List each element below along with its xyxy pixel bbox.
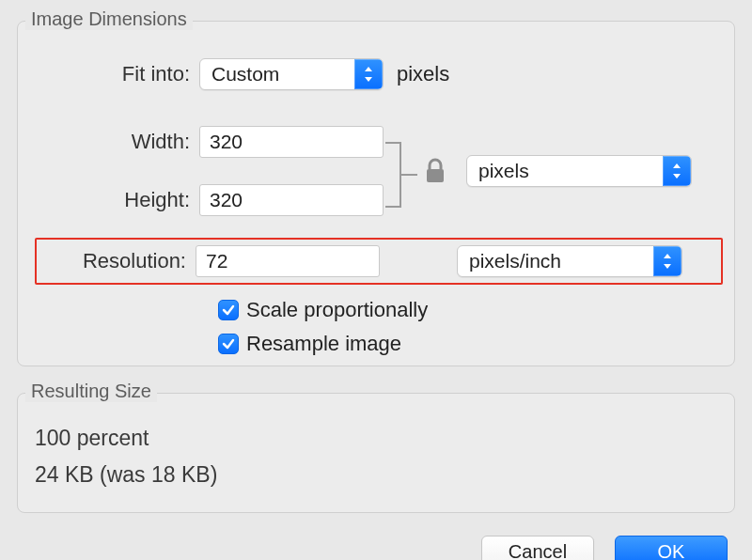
- image-dimensions-group: Image Dimensions Fit into: Custom pixels…: [17, 21, 735, 366]
- fit-into-row: Fit into: Custom pixels: [35, 55, 723, 93]
- resolution-label: Resolution:: [42, 249, 196, 273]
- width-input[interactable]: [199, 126, 384, 158]
- scale-proportionally-label: Scale proportionally: [246, 298, 428, 322]
- resulting-size-group: Resulting Size 100 percent 24 KB (was 18…: [17, 393, 735, 513]
- cancel-button-label: Cancel: [509, 541, 567, 561]
- resolution-units-value: pixels/inch: [469, 250, 653, 272]
- lock-icon[interactable]: [421, 158, 449, 184]
- width-row: Width:: [35, 123, 384, 161]
- checkbox-checked-icon: [218, 334, 239, 354]
- wh-units-value: pixels: [478, 160, 663, 182]
- updown-icon: [663, 156, 691, 186]
- image-dimensions-legend: Image Dimensions: [25, 8, 193, 30]
- fit-into-select[interactable]: Custom: [199, 58, 384, 90]
- resolution-highlight: Resolution: pixels/inch: [35, 238, 723, 285]
- ok-button-label: OK: [658, 541, 685, 561]
- resulting-size-legend: Resulting Size: [25, 381, 157, 402]
- height-input[interactable]: [199, 184, 384, 216]
- height-row: Height:: [35, 181, 384, 219]
- updown-icon: [354, 59, 383, 89]
- fit-into-units-label: pixels: [397, 62, 449, 86]
- resulting-percent: 100 percent: [35, 426, 723, 451]
- image-dimensions-dialog: Image Dimensions Fit into: Custom pixels…: [0, 21, 752, 560]
- fit-into-label: Fit into:: [35, 62, 199, 86]
- width-height-block: Width: Height:: [35, 123, 723, 219]
- updown-icon: [653, 246, 682, 276]
- wh-units-select[interactable]: pixels: [466, 155, 692, 187]
- height-label: Height:: [35, 188, 199, 212]
- cancel-button[interactable]: Cancel: [481, 536, 594, 560]
- resolution-input[interactable]: [196, 245, 380, 277]
- width-label: Width:: [35, 130, 199, 154]
- resample-image-checkbox[interactable]: Resample image: [218, 332, 723, 356]
- resolution-units-select[interactable]: pixels/inch: [457, 245, 682, 277]
- link-bracket: [384, 128, 421, 214]
- resulting-filesize: 24 KB (was 18 KB): [35, 462, 723, 488]
- svg-rect-0: [427, 169, 444, 182]
- resample-image-label: Resample image: [246, 332, 401, 356]
- fit-into-value: Custom: [212, 63, 354, 86]
- checkbox-stack: Scale proportionally Resample image: [218, 298, 723, 356]
- scale-proportionally-checkbox[interactable]: Scale proportionally: [218, 298, 723, 322]
- dialog-buttons: Cancel OK: [481, 536, 728, 560]
- checkbox-checked-icon: [218, 300, 239, 320]
- ok-button[interactable]: OK: [615, 536, 728, 560]
